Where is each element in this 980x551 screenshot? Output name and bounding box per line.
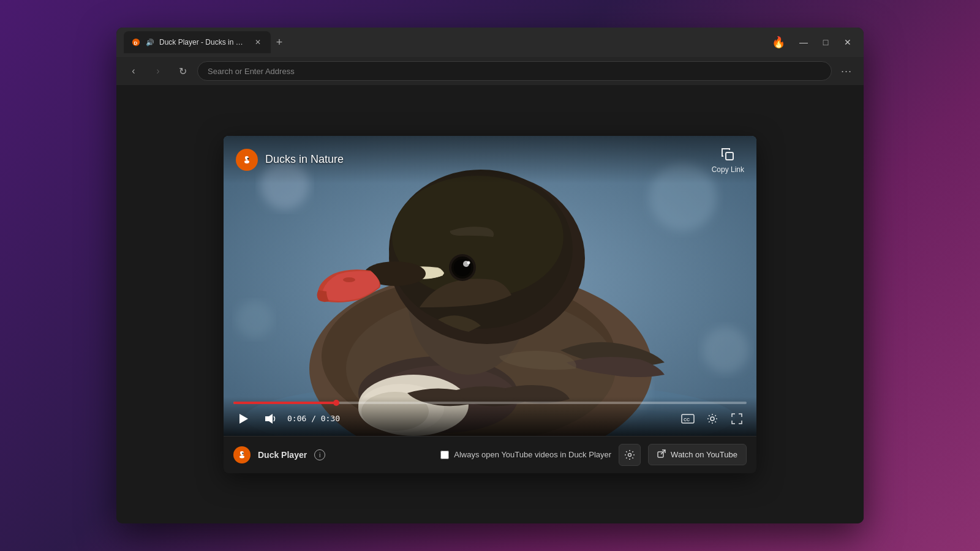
svg-point-41 <box>628 453 631 456</box>
video-area: Ducks in Nature Copy Link <box>224 136 756 436</box>
video-title-area: Ducks in Nature <box>236 149 344 171</box>
browser-window: D 🔊 Duck Player - Ducks in Nature ✕ + 🔥 … <box>116 28 864 523</box>
copy-link-label: Copy Link <box>712 165 744 174</box>
checkbox-area: Always open YouTube videos in Duck Playe… <box>440 450 611 459</box>
svg-point-30 <box>343 277 355 282</box>
controls-row: 0:06 / 0:30 CC <box>233 409 747 429</box>
back-button[interactable]: ‹ <box>124 61 143 81</box>
svg-point-38 <box>710 417 714 421</box>
settings-button[interactable] <box>703 409 722 429</box>
duck-player-logo <box>233 446 251 463</box>
copy-link-button[interactable]: Copy Link <box>712 146 744 174</box>
tab-favicon: D <box>131 37 141 47</box>
refresh-button[interactable]: ↻ <box>173 61 192 81</box>
svg-point-28 <box>467 261 470 264</box>
duck-player-card: Ducks in Nature Copy Link <box>224 136 756 473</box>
close-button[interactable]: ✕ <box>839 34 856 51</box>
nav-bar: ‹ › ↻ Search or Enter Address ··· <box>116 57 864 85</box>
ddg-logo <box>236 149 258 171</box>
duck-player-label: Duck Player <box>258 450 307 460</box>
svg-point-40 <box>242 452 243 454</box>
svg-text:CC: CC <box>684 418 690 422</box>
address-bar[interactable]: Search or Enter Address <box>197 61 832 81</box>
tab-close-button[interactable]: ✕ <box>252 37 263 48</box>
time-display: 0:06 / 0:30 <box>287 414 340 423</box>
svg-point-32 <box>247 157 249 159</box>
captions-button[interactable]: CC <box>678 409 698 429</box>
svg-rect-33 <box>726 152 733 160</box>
video-controls: 0:06 / 0:30 CC <box>224 397 756 436</box>
checkbox-label[interactable]: Always open YouTube videos in Duck Playe… <box>454 450 611 459</box>
svg-point-7 <box>236 301 273 338</box>
progress-fill <box>233 402 336 404</box>
svg-text:D: D <box>134 40 138 46</box>
player-footer: Duck Player i Always open YouTube videos… <box>224 436 756 473</box>
volume-button[interactable] <box>260 409 280 429</box>
external-link-icon <box>657 449 666 460</box>
tab-title: Duck Player - Ducks in Nature <box>159 38 247 47</box>
address-bar-placeholder: Search or Enter Address <box>208 67 295 76</box>
window-controls: 🔥 — □ ✕ <box>772 34 856 51</box>
controls-right: CC <box>678 409 747 429</box>
footer-settings-button[interactable] <box>619 444 641 466</box>
watch-on-youtube-button[interactable]: Watch on YouTube <box>648 444 747 465</box>
browser-menu-button[interactable]: ··· <box>837 61 856 81</box>
svg-point-8 <box>703 327 749 373</box>
minimize-button[interactable]: — <box>795 34 812 51</box>
svg-marker-35 <box>265 414 273 424</box>
forward-button[interactable]: › <box>148 61 168 81</box>
copy-icon <box>719 146 736 163</box>
video-header: Ducks in Nature Copy Link <box>224 136 756 184</box>
new-tab-button[interactable]: + <box>271 34 288 51</box>
watch-youtube-label: Watch on YouTube <box>671 450 737 459</box>
tab-audio-icon: 🔊 <box>146 39 154 47</box>
svg-marker-34 <box>239 414 248 424</box>
fullscreen-button[interactable] <box>727 409 747 429</box>
always-open-checkbox[interactable] <box>440 451 449 459</box>
progress-bar[interactable] <box>233 402 747 404</box>
flame-icon[interactable]: 🔥 <box>772 36 785 49</box>
title-bar: D 🔊 Duck Player - Ducks in Nature ✕ + 🔥 … <box>116 28 864 57</box>
play-button[interactable] <box>233 409 253 429</box>
active-tab[interactable]: D 🔊 Duck Player - Ducks in Nature ✕ <box>124 31 271 53</box>
maximize-button[interactable]: □ <box>817 34 834 51</box>
page-content: Ducks in Nature Copy Link <box>116 85 864 523</box>
info-icon[interactable]: i <box>314 449 325 460</box>
video-title: Ducks in Nature <box>265 153 344 166</box>
tab-area: D 🔊 Duck Player - Ducks in Nature ✕ + <box>124 28 772 57</box>
